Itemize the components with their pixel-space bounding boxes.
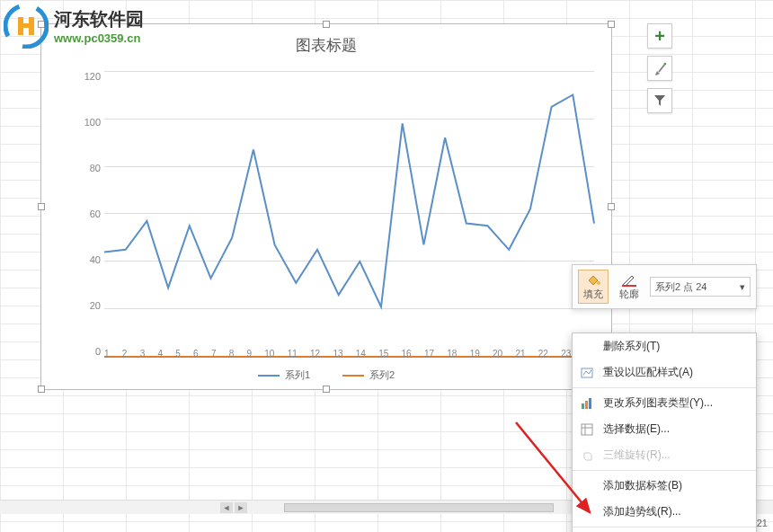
select-data-icon [580,422,594,437]
cube-icon [580,448,594,463]
svg-line-4 [659,64,665,72]
scroll-thumb[interactable] [284,503,554,512]
mini-toolbar: 填充 轮廓 系列2 点 24 ▾ [572,264,757,309]
menu-change-type[interactable]: 更改系列图表类型(Y)... [573,390,756,416]
chart-container[interactable]: 图表标题 120 100 80 60 40 20 0 1234567891011… [40,23,612,390]
y-tick: 100 [68,117,101,128]
logo-text-url: www.pc0359.cn [54,31,144,45]
menu-label: 添加数据标签(B) [603,478,682,493]
x-tick: 23 [561,349,571,359]
legend-label: 系列2 [369,368,395,382]
svg-rect-10 [585,401,588,409]
scroll-left-icon[interactable]: ◄ [220,502,233,513]
x-tick: 22 [538,349,548,359]
x-tick: 16 [402,349,412,359]
x-tick: 3 [140,349,146,359]
menu-separator [573,527,756,528]
menu-reset-style[interactable]: 重设以匹配样式(A) [573,359,756,386]
outline-tool[interactable]: 轮廓 [614,272,644,301]
y-tick: 40 [68,254,101,265]
blank-icon [580,340,594,354]
site-logo: 河东软件园 www.pc0359.cn [4,4,144,49]
series-line[interactable] [104,95,594,307]
resize-handle[interactable] [608,203,615,210]
x-tick: 12 [310,349,320,359]
legend-label: 系列1 [285,368,310,382]
svg-rect-7 [622,285,636,287]
scroll-right-icon[interactable]: ► [235,502,247,513]
menu-add-trendline[interactable]: 添加趋势线(R)... [573,499,756,525]
chart-styles-button[interactable] [647,56,672,81]
resize-handle[interactable] [38,386,45,393]
funnel-icon [653,94,666,107]
resize-handle[interactable] [323,386,330,393]
selector-value: 系列2 点 24 [655,280,706,294]
svg-point-6 [597,281,600,285]
menu-label: 选择数据(E)... [603,421,670,437]
logo-mark-icon [4,4,49,49]
chart-side-buttons: + [647,23,672,113]
bucket-icon [584,272,602,287]
x-tick: 18 [447,349,457,359]
x-tick: 14 [356,349,366,359]
y-tick: 20 [68,300,101,311]
fill-tool[interactable]: 填充 [578,270,609,304]
menu-delete-series[interactable]: 删除系列(T) [573,333,756,359]
context-menu: 删除系列(T) 重设以匹配样式(A) 更改系列图表类型(Y)... 选择数据(E… [572,332,757,532]
series-selector[interactable]: 系列2 点 24 ▾ [650,277,751,297]
legend-item[interactable]: 系列1 [258,368,310,382]
x-tick: 19 [470,349,480,359]
menu-separator [573,470,756,471]
x-tick: 8 [229,349,235,359]
svg-rect-3 [18,23,34,28]
x-tick: 2 [122,349,128,359]
x-tick: 15 [378,349,388,359]
y-tick: 80 [68,163,101,173]
menu-add-data-labels[interactable]: 添加数据标签(B) [573,473,756,499]
legend[interactable]: 系列1 系列2 [41,368,611,382]
resize-handle[interactable] [323,21,330,28]
plus-icon: + [654,26,665,47]
x-tick: 11 [288,349,298,359]
plot-area[interactable] [104,71,594,357]
legend-item[interactable]: 系列2 [342,368,395,382]
brush-icon [653,61,667,75]
svg-rect-9 [582,403,584,409]
y-tick: 60 [68,208,101,219]
svg-rect-8 [582,368,592,377]
x-tick: 5 [175,349,181,359]
x-tick: 13 [333,349,342,359]
menu-label: 删除系列(T) [603,339,660,354]
legend-swatch [342,375,364,377]
x-tick: 17 [424,349,434,359]
x-tick: 10 [264,349,274,359]
chart-type-icon [580,396,594,411]
svg-rect-11 [589,398,591,409]
chart-filters-button[interactable] [647,88,672,113]
menu-select-data[interactable]: 选择数据(E)... [573,416,756,442]
chevron-down-icon: ▾ [740,281,745,293]
blank-icon [580,505,594,519]
x-tick: 4 [157,349,163,359]
x-tick: 21 [515,349,525,359]
blank-icon [580,479,594,493]
line-plot[interactable] [104,71,594,357]
resize-handle[interactable] [38,203,45,210]
outline-label: 轮廓 [619,288,639,301]
x-tick: 6 [193,349,199,359]
x-tick: 9 [247,349,253,359]
menu-label: 更改系列图表类型(Y)... [603,395,713,411]
resize-handle[interactable] [608,21,615,28]
fill-label: 填充 [583,288,603,301]
y-tick: 120 [68,71,101,82]
legend-swatch [258,375,280,377]
menu-label: 添加趋势线(R)... [603,504,681,519]
svg-point-5 [664,63,667,66]
menu-3d-rotate: 三维旋转(R)... [573,442,756,468]
menu-label: 重设以匹配样式(A) [603,365,693,380]
chart-elements-button[interactable]: + [647,23,672,49]
logo-text-cn: 河东软件园 [54,7,144,31]
y-tick: 0 [68,346,101,357]
y-axis: 120 100 80 60 40 20 0 [68,71,101,357]
menu-label: 三维旋转(R)... [603,448,671,463]
